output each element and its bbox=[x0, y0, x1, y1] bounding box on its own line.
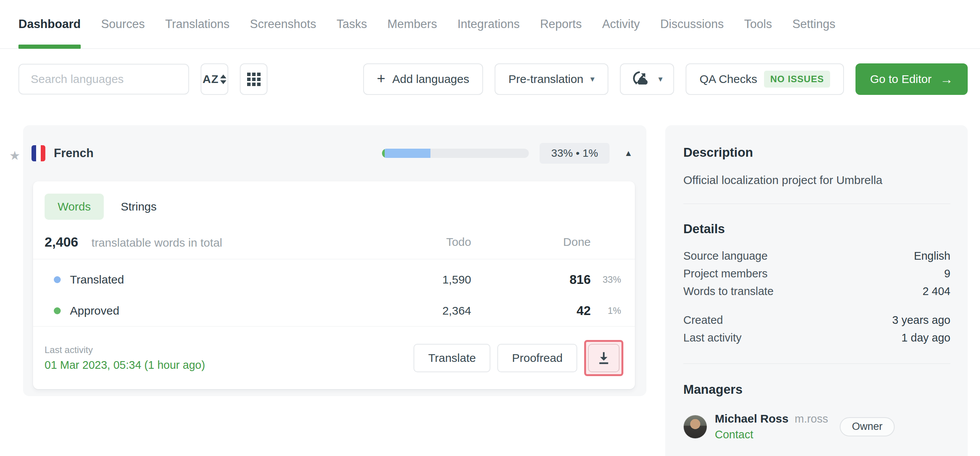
stat-row-approved: Approved 2,364 42 1% bbox=[45, 295, 621, 326]
manager-name: Michael Ross bbox=[715, 412, 789, 425]
last-activity-label: Last activity bbox=[45, 345, 205, 355]
language-card-french: French 33% • 1% ▲ Words Strings 2,406 tr… bbox=[23, 125, 646, 396]
sort-az-icon: AZ bbox=[203, 73, 226, 86]
tab-members[interactable]: Members bbox=[387, 0, 437, 48]
tab-tools[interactable]: Tools bbox=[744, 0, 772, 48]
tab-dashboard[interactable]: Dashboard bbox=[18, 0, 81, 48]
translated-done: 816 bbox=[471, 272, 591, 287]
tab-discussions[interactable]: Discussions bbox=[660, 0, 724, 48]
progress-fill-approved bbox=[382, 149, 385, 158]
total-words: 2,406 translatable words in total bbox=[45, 234, 387, 250]
stat-row-translated: Translated 1,590 816 33% bbox=[45, 264, 621, 295]
tab-sources[interactable]: Sources bbox=[101, 0, 145, 48]
pre-translation-button[interactable]: Pre-translation ▾ bbox=[495, 63, 608, 95]
last-activity-block: Last activity 01 Mar 2023, 05:34 (1 hour… bbox=[45, 345, 205, 371]
sort-alphabetically-button[interactable]: AZ bbox=[201, 63, 228, 95]
description-text: Official localization project for Umbrel… bbox=[683, 174, 950, 187]
manager-username: m.ross bbox=[795, 413, 828, 425]
annotation-highlight-box bbox=[584, 340, 623, 376]
languages-toolbar: AZ + Add languages Pre-translation ▾ ▾ Q… bbox=[18, 63, 968, 95]
qa-status-badge: NO ISSUES bbox=[764, 71, 830, 88]
tab-strings[interactable]: Strings bbox=[121, 200, 156, 213]
french-flag-icon bbox=[32, 145, 45, 161]
manager-row: Michael Ross m.ross Contact Owner bbox=[683, 412, 950, 441]
details-title: Details bbox=[683, 222, 950, 236]
language-stats-card: Words Strings 2,406 translatable words i… bbox=[33, 181, 635, 389]
column-header-todo: Todo bbox=[387, 235, 471, 249]
tab-words[interactable]: Words bbox=[45, 194, 104, 220]
detail-row-source-language: Source languageEnglish bbox=[683, 247, 950, 265]
tab-tasks[interactable]: Tasks bbox=[337, 0, 367, 48]
tab-settings[interactable]: Settings bbox=[792, 0, 835, 48]
description-title: Description bbox=[683, 145, 950, 160]
translated-todo: 1,590 bbox=[387, 273, 471, 286]
approved-todo: 2,364 bbox=[387, 304, 471, 317]
approved-dot-icon bbox=[54, 307, 61, 314]
last-activity-link[interactable]: 01 Mar 2023, 05:34 (1 hour ago) bbox=[45, 359, 205, 371]
download-icon bbox=[595, 349, 613, 367]
tab-activity[interactable]: Activity bbox=[602, 0, 640, 48]
go-to-editor-button[interactable]: Go to Editor → bbox=[855, 63, 968, 95]
proofread-button[interactable]: Proofread bbox=[497, 344, 577, 372]
translate-button[interactable]: Translate bbox=[414, 344, 490, 372]
grid-view-button[interactable] bbox=[240, 63, 267, 95]
arrow-right-icon: → bbox=[940, 73, 953, 86]
favorite-star-icon[interactable]: ★ bbox=[9, 148, 20, 163]
managers-title: Managers bbox=[683, 382, 950, 397]
language-card-header: French 33% • 1% ▲ bbox=[23, 125, 646, 181]
tab-translations[interactable]: Translations bbox=[165, 0, 230, 48]
chevron-down-icon: ▾ bbox=[590, 75, 595, 83]
project-nav: Dashboard Sources Translations Screensho… bbox=[0, 0, 980, 49]
detail-row-project-members: Project members9 bbox=[683, 265, 950, 282]
approved-done: 42 bbox=[471, 303, 591, 318]
active-tab-underline bbox=[18, 45, 81, 49]
grid-view-icon bbox=[247, 73, 261, 86]
translated-percent: 33% bbox=[591, 274, 621, 285]
qa-checks-button[interactable]: QA Checks NO ISSUES bbox=[686, 63, 844, 95]
progress-percent-chip: 33% • 1% bbox=[540, 143, 610, 164]
tab-integrations[interactable]: Integrations bbox=[457, 0, 520, 48]
language-progress-bar bbox=[382, 149, 529, 158]
machine-translation-button[interactable]: ▾ bbox=[620, 63, 674, 95]
detail-row-last-activity: Last activity1 day ago bbox=[683, 329, 950, 347]
download-button[interactable] bbox=[588, 344, 620, 372]
detail-row-words-to-translate: Words to translate2 404 bbox=[683, 282, 950, 300]
manager-avatar bbox=[683, 415, 707, 439]
owner-role-button[interactable]: Owner bbox=[840, 417, 895, 436]
manager-contact-link[interactable]: Contact bbox=[715, 428, 828, 441]
language-name: French bbox=[54, 146, 93, 160]
chevron-down-icon: ▾ bbox=[658, 75, 663, 83]
plus-icon: + bbox=[377, 71, 385, 86]
progress-fill-translated bbox=[385, 149, 430, 158]
tab-reports[interactable]: Reports bbox=[540, 0, 582, 48]
project-details-panel: Description Official localization projec… bbox=[665, 125, 968, 456]
machine-translation-icon bbox=[631, 69, 651, 89]
search-input[interactable] bbox=[18, 64, 189, 95]
column-header-done: Done bbox=[471, 235, 591, 249]
detail-row-created: Created3 years ago bbox=[683, 311, 950, 329]
translated-dot-icon bbox=[54, 276, 61, 283]
tab-screenshots[interactable]: Screenshots bbox=[250, 0, 316, 48]
tab-label: Dashboard bbox=[18, 17, 81, 31]
collapse-card-icon[interactable]: ▲ bbox=[624, 148, 633, 158]
approved-percent: 1% bbox=[591, 305, 621, 316]
add-languages-button[interactable]: + Add languages bbox=[363, 63, 483, 95]
